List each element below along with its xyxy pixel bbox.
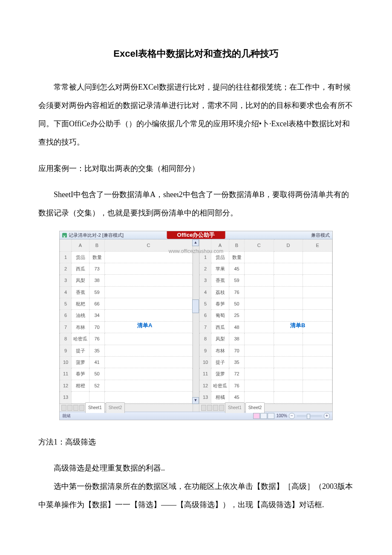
cell[interactable]: 35 (229, 357, 245, 368)
row-header[interactable]: 7 (200, 321, 211, 333)
cell[interactable]: 38 (89, 275, 105, 286)
cell[interactable] (274, 357, 303, 368)
row-header[interactable]: 10 (60, 357, 72, 368)
cell[interactable] (303, 310, 332, 321)
cell[interactable]: 西瓜 (72, 263, 89, 274)
cell[interactable]: 西瓜 (211, 321, 229, 333)
cell[interactable] (274, 275, 303, 286)
scroll-down-icon[interactable]: ▼ (192, 397, 199, 404)
col-header-d[interactable]: D (274, 240, 303, 251)
cell[interactable] (245, 298, 274, 310)
cell[interactable] (274, 286, 303, 298)
row-header[interactable]: 5 (200, 298, 211, 310)
corner-cell[interactable] (60, 240, 72, 251)
cell[interactable] (245, 251, 274, 263)
cell[interactable]: 73 (89, 263, 105, 274)
cell[interactable] (105, 333, 193, 345)
tab-nav-next[interactable] (73, 405, 78, 411)
cell[interactable] (245, 275, 274, 286)
cell[interactable]: 春笋 (211, 298, 229, 310)
cell[interactable]: 59 (89, 286, 105, 298)
cell[interactable]: 34 (89, 310, 105, 321)
cell[interactable] (303, 392, 332, 403)
cell[interactable] (105, 298, 193, 310)
row-header[interactable]: 6 (60, 310, 72, 321)
cell[interactable] (303, 357, 332, 368)
row-header[interactable]: 4 (200, 286, 211, 298)
pane-divider[interactable]: ▲ ▼ (193, 239, 199, 411)
cell[interactable] (274, 263, 303, 274)
cell[interactable] (303, 286, 332, 298)
cell[interactable] (245, 368, 274, 380)
cell[interactable] (245, 345, 274, 356)
cell[interactable] (105, 263, 193, 274)
cell[interactable]: 72 (229, 368, 245, 380)
cell[interactable] (245, 321, 274, 333)
cell[interactable]: 38 (229, 333, 245, 345)
row-header[interactable]: 7 (60, 321, 72, 333)
col-header-a[interactable]: A (72, 240, 89, 251)
row-header[interactable]: 1 (60, 251, 72, 263)
zoom-in-button[interactable]: + (324, 413, 330, 419)
tab-sheet1[interactable]: Sheet1 (225, 402, 245, 413)
cell[interactable]: 荔枝 (211, 286, 229, 298)
tab-nav-first[interactable] (201, 405, 206, 411)
row-header[interactable]: 13 (200, 392, 211, 403)
cell[interactable]: 布林 (211, 345, 229, 356)
col-header-b[interactable]: B (89, 240, 105, 251)
cell[interactable]: 苹果 (211, 263, 229, 274)
cell[interactable]: 香蕉 (211, 275, 229, 286)
col-header-c[interactable]: C (245, 240, 274, 251)
tab-sheet2[interactable]: Sheet2 (245, 402, 265, 413)
tab-nav-prev[interactable] (67, 405, 72, 411)
cell[interactable]: 66 (89, 298, 105, 310)
cell[interactable] (303, 298, 332, 310)
cell[interactable] (303, 251, 332, 263)
cell[interactable]: 50 (229, 298, 245, 310)
view-layout-icon[interactable] (260, 413, 267, 419)
cell[interactable]: 布林 (72, 321, 89, 333)
cell[interactable] (72, 392, 89, 403)
cell[interactable]: 35 (89, 345, 105, 356)
cell[interactable]: 菠萝 (72, 357, 89, 368)
cell[interactable] (303, 275, 332, 286)
cell[interactable] (274, 392, 303, 403)
cell[interactable]: 70 (229, 345, 245, 356)
cell[interactable] (245, 333, 274, 345)
cell[interactable] (105, 345, 193, 356)
row-header[interactable]: 6 (200, 310, 211, 321)
cell[interactable] (245, 357, 274, 368)
view-break-icon[interactable] (268, 413, 274, 419)
row-header[interactable]: 5 (60, 298, 72, 310)
cell[interactable] (303, 345, 332, 356)
tab-nav-last[interactable] (219, 405, 224, 411)
cell[interactable]: 70 (89, 321, 105, 333)
col-header-b[interactable]: B (229, 240, 245, 251)
cell[interactable] (89, 392, 105, 403)
cell[interactable]: 香蕉 (72, 286, 89, 298)
cell[interactable]: 76 (89, 333, 105, 345)
cell[interactable] (274, 251, 303, 263)
cell[interactable]: 25 (229, 310, 245, 321)
cell[interactable] (105, 392, 193, 403)
row-header[interactable]: 12 (200, 380, 211, 391)
tab-nav-first[interactable] (61, 405, 66, 411)
row-header[interactable]: 9 (60, 345, 72, 356)
row-header[interactable]: 2 (60, 263, 72, 274)
cell[interactable] (245, 380, 274, 391)
row-header[interactable]: 2 (200, 263, 211, 274)
tab-sheet2[interactable]: Sheet2 (106, 402, 125, 413)
cell[interactable]: 凤梨 (211, 333, 229, 345)
cell[interactable] (274, 321, 303, 333)
cell[interactable] (105, 368, 193, 380)
cell[interactable] (105, 321, 193, 333)
cell[interactable]: 凤梨 (72, 275, 89, 286)
cell[interactable]: 哈密瓜 (72, 333, 89, 345)
zoom-slider[interactable] (297, 415, 322, 417)
zoom-out-button[interactable]: − (289, 413, 295, 419)
cell[interactable] (105, 286, 193, 298)
cell[interactable]: 48 (229, 321, 245, 333)
cell[interactable] (274, 345, 303, 356)
row-header[interactable]: 12 (60, 380, 72, 391)
cell[interactable]: 41 (89, 357, 105, 368)
